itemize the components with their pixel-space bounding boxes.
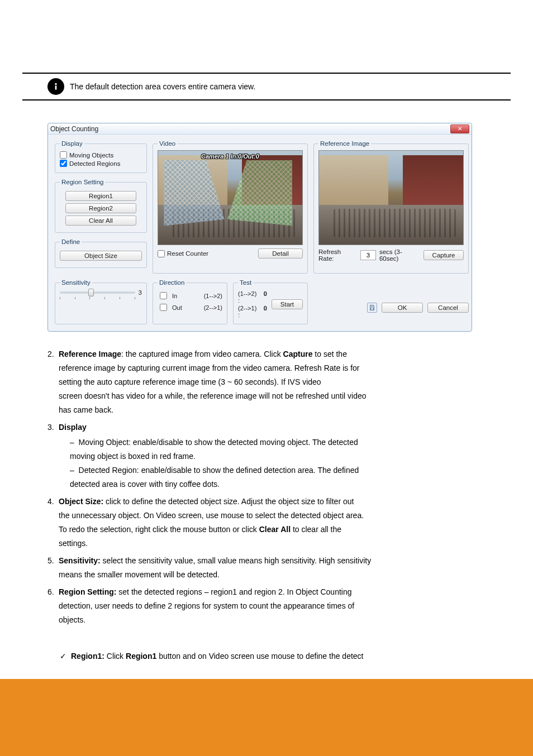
moving-objects-label: Moving Objects [69,152,113,159]
list-num-2: 2. [47,348,55,418]
display-legend: Display [60,140,84,147]
display-group: Display Moving Objects Detected Regions [55,140,147,173]
ref-image-heading: Reference Image [59,350,121,358]
direction-in-label: In [172,293,177,299]
region1-heading: Region1: [71,652,104,661]
detail-button[interactable]: Detail [258,248,303,259]
object-size-button[interactable]: Object Size [60,251,142,261]
refresh-rate-units: secs (3-60sec) [379,248,420,262]
test-group: Test (1-->2) :0 (2-->1) :0 Start [233,279,308,324]
test-row1-value: 0 [264,290,267,304]
sensitivity-value: 3 [139,289,142,296]
sensitivity-legend: Sensitivity [60,279,92,286]
ok-button[interactable]: OK [382,303,423,313]
video-group: Video 2 1 Camera 1 In:0/Out:0 Re [153,140,308,274]
object-counting-dialog: Object Counting ✕ Display Moving Objects… [47,123,472,332]
refresh-rate-label: Refresh Rate: [318,248,357,262]
refresh-rate-input[interactable] [360,250,376,260]
sensitivity-heading: Sensitivity: [59,556,101,565]
video-legend: Video [158,140,177,147]
region-setting-heading: Region Setting: [59,587,116,596]
cancel-button[interactable]: Cancel [427,303,469,313]
region2-button[interactable]: Region2 [65,203,136,213]
display-heading: Display [59,423,87,432]
direction-legend: Direction [158,279,186,286]
svg-point-0 [55,83,56,85]
test-legend: Test [238,279,253,286]
reference-preview [318,150,464,245]
direction-in-checkbox[interactable] [160,292,167,299]
sensitivity-slider[interactable] [60,291,135,294]
start-button[interactable]: Start [272,299,303,309]
list-num-4: 4. [47,496,55,552]
direction-out-label: Out [172,304,182,311]
sensitivity-group: Sensitivity 3 [55,279,147,324]
test-row2-label: (2-->1) : [238,305,259,318]
direction-in-dir: (1-->2) [204,293,222,299]
region-setting-legend: Region Setting [60,179,105,185]
note-text: The default detection area covers entire… [70,82,255,91]
camera-overlay-text: Camera 1 In:0/Out:0 [201,153,259,160]
detected-regions-label: Detected Regions [69,160,120,167]
define-legend: Define [60,238,82,245]
test-row1-label: (1-->2) : [238,290,259,304]
list-num-6: 6. [47,586,55,628]
page-footer [0,679,533,756]
reference-legend: Reference Image [318,140,371,147]
close-icon[interactable]: ✕ [450,125,469,133]
save-icon[interactable] [367,303,377,313]
video-preview: 2 1 Camera 1 In:0/Out:0 [158,150,303,245]
info-icon [47,78,64,95]
region-setting-group: Region Setting Region1 Region2 Clear All [55,179,147,233]
direction-group: Direction In (1-->2) Out (2-->1) [153,279,227,324]
clear-all-button[interactable]: Clear All [65,216,136,226]
reference-image-group: Reference Image Refresh Rate: secs (3-60… [313,140,469,274]
detected-regions-checkbox[interactable] [60,160,67,167]
region1-button[interactable]: Region1 [65,191,136,201]
moving-objects-checkbox[interactable] [60,151,67,159]
doc-body: 2. Reference Image: the captured image f… [47,348,511,662]
direction-out-checkbox[interactable] [160,304,167,311]
svg-rect-2 [371,305,373,307]
checkmark-icon: ✓ [60,650,66,662]
dialog-title: Object Counting [50,125,450,133]
reset-counter-checkbox[interactable] [158,250,165,257]
direction-out-dir: (2-->1) [204,304,222,311]
svg-rect-3 [371,308,374,310]
list-num-5: 5. [47,555,55,583]
object-size-heading: Object Size: [59,497,103,506]
reset-counter-label: Reset Counter [167,250,208,257]
test-row2-value: 0 [264,305,267,318]
slider-thumb[interactable] [88,289,94,296]
svg-rect-1 [55,85,57,90]
capture-button[interactable]: Capture [423,250,464,260]
list-num-3: 3. [47,422,55,492]
define-group: Define Object Size [55,238,147,268]
